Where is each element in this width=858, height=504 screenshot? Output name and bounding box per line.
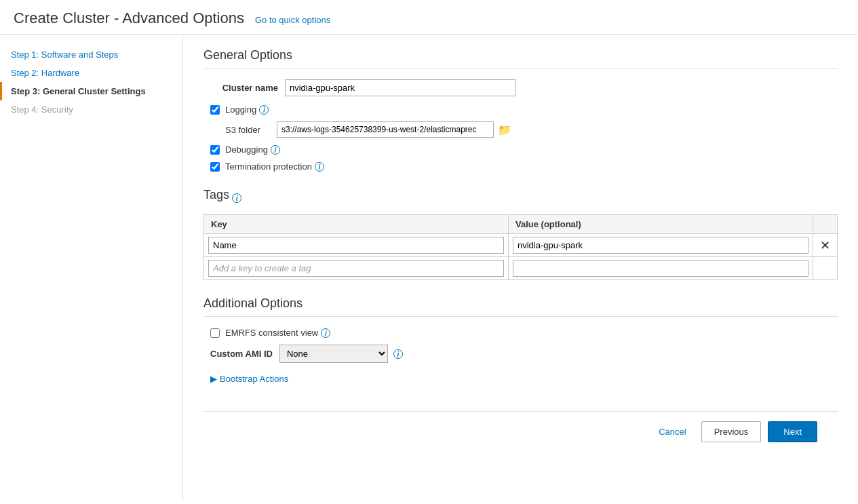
tags-col-key: Key [204, 215, 509, 234]
tags-table-header-row: Key Value (optional) [204, 215, 838, 234]
sidebar-item-step4-label: Step 4: Security [11, 104, 73, 115]
tags-section: Tags i Key Value (optional) [203, 188, 838, 280]
debugging-row: Debugging i [203, 144, 838, 155]
termination-label: Termination protection [225, 161, 312, 172]
termination-row: Termination protection i [203, 161, 838, 172]
tag-add-key-input[interactable] [208, 260, 504, 277]
tag-delete-cell: ✕ [813, 234, 838, 257]
general-options-title: General Options [203, 48, 838, 69]
previous-button[interactable]: Previous [701, 421, 762, 442]
debugging-label: Debugging [225, 144, 268, 155]
logging-row: Logging i [203, 104, 838, 115]
tag-key-cell [204, 234, 509, 257]
tag-value-input[interactable] [513, 237, 808, 254]
emrfs-row: EMRFS consistent view i [203, 328, 838, 338]
table-row: ✕ [204, 234, 838, 257]
debugging-info-icon[interactable]: i [271, 145, 280, 155]
sidebar-item-step3[interactable]: Step 3: General Cluster Settings [0, 82, 182, 100]
tag-add-row [204, 257, 838, 280]
logging-info-icon[interactable]: i [259, 105, 269, 115]
tag-add-actions-cell [813, 257, 838, 280]
layout: Step 1: Software and Steps Step 2: Hardw… [0, 35, 858, 501]
bootstrap-triangle-icon: ▶ [210, 374, 217, 384]
sidebar-item-step3-label: Step 3: General Cluster Settings [11, 86, 146, 96]
bootstrap-row: ▶Bootstrap Actions [203, 374, 838, 384]
sidebar: Step 1: Software and Steps Step 2: Hardw… [0, 35, 183, 501]
cluster-name-label: Cluster name [203, 83, 278, 93]
s3-folder-input[interactable] [277, 121, 494, 138]
s3-folder-row: S3 folder 📁 [203, 121, 838, 138]
tag-value-cell [509, 234, 813, 257]
logging-label: Logging [225, 104, 256, 115]
sidebar-item-step2[interactable]: Step 2: Hardware [0, 64, 182, 82]
logging-checkbox[interactable] [210, 105, 220, 115]
bootstrap-actions-link[interactable]: ▶Bootstrap Actions [210, 374, 288, 384]
cancel-button[interactable]: Cancel [650, 423, 694, 441]
page-header: Create Cluster - Advanced Options Go to … [0, 0, 858, 35]
tags-table: Key Value (optional) ✕ [203, 214, 838, 280]
tags-col-actions [813, 215, 838, 234]
sidebar-item-step1-label: Step 1: Software and Steps [11, 50, 118, 60]
general-options-section: General Options Cluster name Logging i S… [203, 48, 838, 172]
tag-add-value-input[interactable] [513, 260, 808, 277]
tags-title: Tags [203, 188, 229, 208]
sidebar-item-step4: Step 4: Security [0, 100, 182, 119]
custom-ami-select[interactable]: None [279, 345, 388, 363]
emrfs-checkbox[interactable] [210, 328, 220, 338]
termination-info-icon[interactable]: i [315, 162, 324, 172]
tags-info-icon[interactable]: i [232, 193, 241, 203]
quick-options-link[interactable]: Go to quick options [255, 15, 330, 25]
footer: Cancel Previous Next [203, 411, 838, 452]
folder-browse-button[interactable]: 📁 [498, 123, 511, 136]
page-title: Create Cluster - Advanced Options [14, 9, 244, 27]
tags-col-value: Value (optional) [509, 215, 813, 234]
tag-key-input[interactable] [208, 237, 504, 254]
additional-options-title: Additional Options [203, 296, 838, 317]
custom-ami-label: Custom AMI ID [210, 349, 273, 359]
main-content: General Options Cluster name Logging i S… [183, 35, 858, 501]
emrfs-info-icon[interactable]: i [321, 328, 330, 338]
bootstrap-label: Bootstrap Actions [220, 374, 288, 384]
custom-ami-info-icon[interactable]: i [393, 349, 403, 359]
s3-folder-label: S3 folder [225, 125, 273, 135]
debugging-checkbox[interactable] [210, 145, 220, 155]
next-button[interactable]: Next [768, 421, 817, 442]
additional-options-section: Additional Options EMRFS consistent view… [203, 296, 838, 384]
custom-ami-row: Custom AMI ID None i [203, 345, 838, 363]
sidebar-item-step2-label: Step 2: Hardware [11, 68, 79, 78]
tag-add-key-cell [204, 257, 509, 280]
cluster-name-row: Cluster name [203, 79, 838, 96]
cluster-name-input[interactable] [285, 79, 515, 96]
sidebar-item-step1[interactable]: Step 1: Software and Steps [0, 45, 182, 64]
emrfs-label: EMRFS consistent view [225, 328, 318, 338]
tag-delete-button[interactable]: ✕ [817, 238, 833, 253]
termination-checkbox[interactable] [210, 162, 220, 172]
tag-add-value-cell [509, 257, 813, 280]
tags-header: Tags i [203, 188, 838, 208]
